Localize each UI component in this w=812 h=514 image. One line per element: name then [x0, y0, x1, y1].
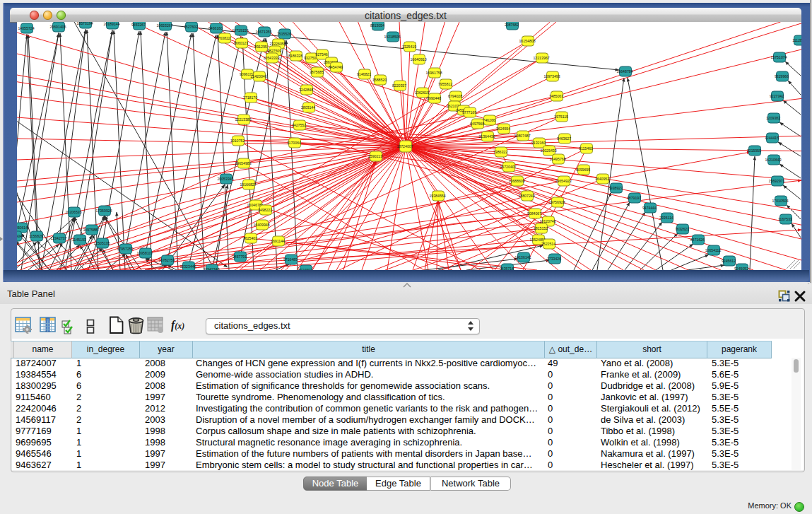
svg-text:20053346: 20053346 [217, 177, 233, 181]
svg-text:6099695: 6099695 [576, 168, 590, 172]
svg-text:1112843: 1112843 [792, 38, 801, 42]
svg-text:8660123: 8660123 [234, 41, 248, 45]
svg-text:2590213: 2590213 [368, 154, 382, 158]
svg-text:12505135: 12505135 [93, 241, 110, 245]
svg-text:1010752: 1010752 [230, 139, 245, 143]
svg-text:15751074: 15751074 [770, 55, 787, 59]
svg-text:10120746: 10120746 [539, 219, 555, 223]
svg-text:21364436: 21364436 [478, 134, 495, 139]
svg-text:1362615: 1362615 [415, 90, 429, 95]
svg-text:1975115: 1975115 [554, 115, 568, 119]
svg-text:763822: 763822 [218, 36, 230, 40]
svg-text:3242848: 3242848 [299, 88, 313, 92]
svg-text:15692971: 15692971 [768, 179, 784, 183]
svg-text:9084067: 9084067 [527, 211, 541, 216]
svg-text:1815152: 1815152 [534, 226, 548, 230]
svg-text:1325419: 1325419 [402, 45, 416, 49]
svg-text:1691144: 1691144 [271, 239, 285, 243]
svg-text:18724007: 18724007 [396, 144, 413, 148]
svg-text:23226055: 23226055 [269, 42, 286, 46]
svg-text:16671355: 16671355 [255, 30, 271, 34]
svg-text:1588520: 1588520 [372, 78, 387, 82]
svg-text:7485063: 7485063 [549, 94, 563, 98]
svg-text:18807249: 18807249 [518, 194, 534, 198]
svg-text:16782759: 16782759 [158, 258, 175, 262]
svg-text:1733426: 1733426 [547, 257, 561, 261]
svg-text:10719155: 10719155 [232, 28, 248, 33]
svg-text:9427552: 9427552 [292, 123, 306, 127]
svg-text:9777169: 9777169 [462, 110, 476, 115]
svg-text:8186328: 8186328 [288, 54, 302, 58]
svg-text:19166827: 19166827 [240, 182, 256, 187]
svg-text:8220357: 8220357 [392, 83, 406, 88]
svg-text:12342737: 12342737 [50, 236, 66, 240]
svg-text:1244415: 1244415 [765, 136, 779, 140]
svg-text:30975887: 30975887 [83, 228, 99, 232]
svg-text:6497568: 6497568 [470, 122, 484, 126]
svg-text:14055724: 14055724 [18, 26, 34, 30]
svg-text:927546: 927546 [315, 52, 327, 57]
svg-text:2935114: 2935114 [659, 216, 673, 220]
svg-text:20206536: 20206536 [65, 210, 81, 214]
svg-text:8813054: 8813054 [370, 23, 384, 28]
svg-text:10025433: 10025433 [540, 148, 556, 153]
svg-text:7625402: 7625402 [243, 236, 257, 240]
svg-text:20189144: 20189144 [103, 22, 119, 26]
svg-text:10653267: 10653267 [156, 23, 172, 28]
svg-text:16648784: 16648784 [616, 69, 632, 74]
svg-text:10654112: 10654112 [705, 248, 722, 252]
svg-text:6794028: 6794028 [448, 94, 462, 98]
svg-text:8471626: 8471626 [690, 238, 705, 242]
svg-text:7515526: 7515526 [277, 32, 291, 36]
svg-text:12213967: 12213967 [533, 56, 549, 60]
svg-text:12213383: 12213383 [235, 117, 251, 122]
svg-text:8215955: 8215955 [747, 148, 761, 153]
svg-text:16210643: 16210643 [765, 158, 781, 162]
svg-text:9227342: 9227342 [770, 94, 784, 98]
svg-text:16961758: 16961758 [425, 71, 442, 75]
svg-text:21420046: 21420046 [250, 74, 266, 78]
svg-text:17359924: 17359924 [95, 209, 112, 213]
svg-text:12323446: 12323446 [180, 264, 196, 269]
svg-text:7955812: 7955812 [438, 82, 452, 86]
svg-text:1156829: 1156829 [29, 234, 43, 238]
svg-text:10543332: 10543332 [263, 56, 279, 60]
svg-text:746266: 746266 [483, 118, 495, 122]
svg-text:2803144: 2803144 [301, 105, 315, 110]
svg-text:10807487: 10807487 [514, 134, 530, 138]
svg-text:8990448: 8990448 [427, 96, 441, 100]
svg-text:7386322: 7386322 [493, 150, 507, 154]
svg-text:1167533: 1167533 [778, 217, 792, 221]
svg-text:1527602: 1527602 [184, 25, 198, 29]
svg-text:1209382: 1209382 [766, 116, 780, 120]
svg-text:9463627: 9463627 [557, 136, 571, 141]
svg-text:10958107: 10958107 [136, 251, 153, 255]
svg-text:19654983: 19654983 [235, 161, 251, 165]
svg-text:8454749: 8454749 [329, 65, 343, 69]
svg-text:9245612: 9245612 [722, 259, 736, 263]
svg-text:10688609: 10688609 [508, 179, 524, 183]
svg-text:2522514: 2522514 [541, 242, 555, 246]
svg-text:9146821: 9146821 [357, 72, 371, 76]
svg-text:8938923: 8938923 [608, 186, 623, 190]
svg-text:6466160: 6466160 [208, 26, 223, 30]
svg-text:17957253: 17957253 [117, 247, 133, 251]
svg-text:14136141: 14136141 [514, 255, 531, 259]
svg-text:19218506: 19218506 [384, 35, 400, 39]
svg-text:18573194: 18573194 [76, 22, 93, 25]
svg-text:7632621: 7632621 [675, 227, 689, 231]
svg-text:9827509: 9827509 [267, 49, 281, 53]
svg-text:10973493: 10973493 [543, 74, 560, 78]
svg-text:9329966: 9329966 [775, 74, 789, 78]
svg-text:19384554: 19384554 [429, 194, 445, 198]
svg-text:9457791: 9457791 [233, 255, 247, 259]
svg-text:9653267: 9653267 [131, 23, 146, 27]
svg-text:16154808: 16154808 [519, 39, 535, 43]
svg-text:3875685: 3875685 [310, 70, 324, 74]
svg-text:1640952: 1640952 [595, 177, 609, 181]
svg-text:15720407: 15720407 [500, 165, 516, 169]
svg-text:3498222: 3498222 [258, 208, 272, 212]
svg-text:2718170: 2718170 [243, 95, 257, 100]
svg-text:19654923: 19654923 [555, 179, 571, 183]
svg-text:16495768: 16495768 [549, 157, 565, 161]
